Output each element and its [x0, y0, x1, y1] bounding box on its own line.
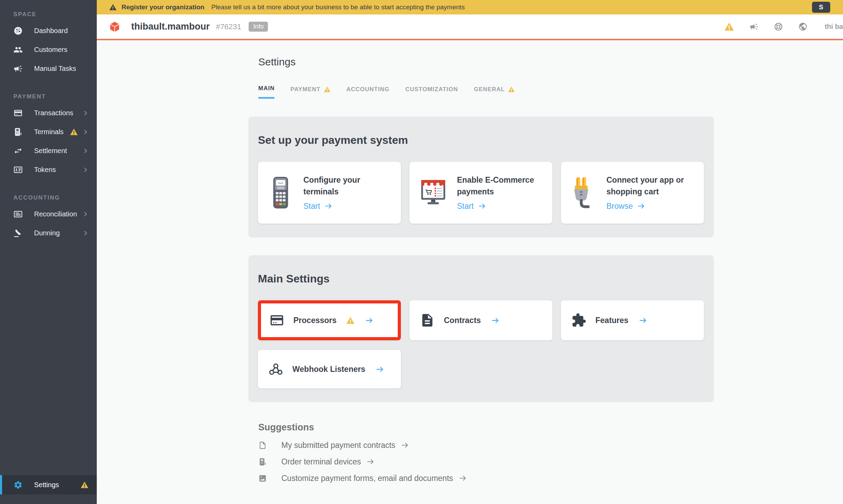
- sidebar-item-label: Reconciliation: [34, 210, 77, 218]
- setup-cards: Configure your terminals Start Enable E-…: [258, 162, 704, 224]
- puzzle-icon: [571, 313, 586, 328]
- sidebar-section-payment: PAYMENT: [0, 93, 97, 100]
- arrow-right-icon: [366, 458, 375, 466]
- chevron-right-icon: [83, 230, 89, 236]
- banner-title: Register your organization: [122, 3, 205, 11]
- webhook-icon: [268, 362, 283, 377]
- suggestion-label: Customize payment forms, email and docum…: [281, 474, 453, 483]
- globe-icon[interactable]: [798, 22, 808, 31]
- tab-label: ACCOUNTING: [346, 86, 389, 93]
- banner-action-button[interactable]: S: [812, 2, 830, 13]
- sidebar-item-dashboard[interactable]: Dashboard: [0, 21, 97, 40]
- suggestion-order-terminals[interactable]: Order terminal devices: [258, 458, 843, 466]
- page-title: Settings: [258, 56, 843, 68]
- arrow-right-icon: [478, 202, 486, 210]
- pos-terminal-illustration: [267, 176, 294, 209]
- card-features[interactable]: Features: [561, 300, 704, 340]
- header-actions: thi ba: [724, 22, 843, 32]
- sidebar-item-settlement[interactable]: Settlement: [0, 141, 97, 160]
- card-title: Configure your terminals: [303, 174, 396, 197]
- arrow-right-icon: [324, 202, 333, 210]
- file-icon: [258, 441, 267, 450]
- chevron-right-icon: [83, 129, 89, 135]
- tab-payment[interactable]: PAYMENT: [290, 85, 330, 99]
- sidebar-section-space: SPACE: [0, 11, 97, 18]
- credit-card-icon: [13, 108, 23, 118]
- warning-icon: [81, 481, 89, 489]
- warning-icon: [508, 86, 515, 93]
- card-title: Webhook Listeners: [292, 365, 365, 374]
- chevron-right-icon: [83, 110, 89, 116]
- card-contracts[interactable]: Contracts: [409, 300, 552, 340]
- suggestions-section: Suggestions My submitted payment contrac…: [258, 422, 843, 482]
- customers-icon: [13, 45, 23, 54]
- suggestion-label: My submitted payment contracts: [281, 441, 395, 450]
- suggestion-submitted-contracts[interactable]: My submitted payment contracts: [258, 441, 843, 449]
- notification-banner: Register your organization Please tell u…: [97, 0, 843, 14]
- megaphone-icon[interactable]: [749, 22, 759, 31]
- warning-icon[interactable]: [724, 22, 734, 32]
- tab-label: CUSTOMIZATION: [405, 86, 458, 93]
- tab-label: MAIN: [258, 85, 274, 92]
- main-settings-panel: Main Settings Processors Contracts: [248, 255, 714, 402]
- app-window: SPACE Dashboard Customers Manual Tasks P…: [0, 0, 843, 504]
- list-card-icon: [13, 210, 23, 219]
- browse-link[interactable]: Browse: [606, 202, 699, 211]
- sidebar-item-manual-tasks[interactable]: Manual Tasks: [0, 59, 97, 78]
- sidebar: SPACE Dashboard Customers Manual Tasks P…: [0, 0, 97, 504]
- sidebar-item-label: Settings: [34, 481, 59, 489]
- tab-general[interactable]: GENERAL: [474, 85, 515, 99]
- sidebar-item-transactions[interactable]: Transactions: [0, 104, 97, 122]
- tab-accounting[interactable]: ACCOUNTING: [346, 85, 389, 99]
- card-webhook-listeners[interactable]: Webhook Listeners: [258, 350, 401, 388]
- card-configure-terminals[interactable]: Configure your terminals Start: [258, 162, 401, 224]
- suggestion-label: Order terminal devices: [281, 457, 361, 467]
- sidebar-item-tokens[interactable]: Tokens: [0, 160, 97, 179]
- sidebar-item-terminals[interactable]: Terminals: [0, 122, 97, 141]
- card-title: Processors: [293, 316, 336, 325]
- sidebar-item-label: Transactions: [34, 109, 73, 117]
- arrow-right-icon: [401, 441, 409, 449]
- sidebar-item-dunning[interactable]: Dunning: [0, 224, 97, 243]
- banner-message: Please tell us a bit more about your bus…: [211, 3, 465, 11]
- id-card-icon: [13, 165, 23, 174]
- sidebar-item-label: Customers: [34, 46, 67, 54]
- warning-icon: [324, 86, 331, 93]
- image-icon: [258, 474, 267, 483]
- main-settings-cards: Processors Contracts Features: [258, 300, 704, 388]
- help-buoy-icon[interactable]: [774, 22, 783, 31]
- sidebar-item-label: Dunning: [34, 229, 60, 237]
- chevron-right-icon: [83, 211, 89, 217]
- top-header: thibault.mambour #76231 Info thi ba: [97, 14, 843, 39]
- tab-customization[interactable]: CUSTOMIZATION: [405, 85, 458, 99]
- card-processors[interactable]: Processors: [258, 300, 401, 340]
- megaphone-icon: [13, 64, 23, 73]
- warning-icon: [70, 128, 78, 136]
- start-link[interactable]: Start: [303, 202, 396, 211]
- tab-main[interactable]: MAIN: [258, 85, 274, 99]
- setup-panel-title: Set up your payment system: [258, 134, 704, 147]
- arrow-right-icon: [459, 474, 467, 482]
- tab-label: PAYMENT: [290, 86, 320, 93]
- sidebar-item-label: Manual Tasks: [34, 65, 76, 73]
- start-link[interactable]: Start: [457, 202, 548, 211]
- user-menu-label[interactable]: thi ba: [825, 23, 843, 31]
- main-column: Register your organization Please tell u…: [97, 0, 843, 504]
- card-ecommerce-payments[interactable]: Enable E-Commerce payments Start: [409, 162, 552, 224]
- card-connect-app[interactable]: Connect your app or shopping cart Browse: [561, 162, 704, 224]
- arrow-right-icon: [639, 316, 647, 325]
- arrow-right-icon: [637, 202, 645, 210]
- tab-label: GENERAL: [474, 86, 505, 93]
- sidebar-item-reconciliation[interactable]: Reconciliation: [0, 205, 97, 224]
- sidebar-section-accounting: ACCOUNTING: [0, 194, 97, 201]
- sidebar-item-label: Settlement: [34, 147, 67, 155]
- suggestion-customize-forms[interactable]: Customize payment forms, email and docum…: [258, 474, 843, 482]
- arrow-right-icon: [376, 365, 384, 374]
- merchant-number: #76231: [216, 22, 241, 31]
- info-badge[interactable]: Info: [249, 22, 268, 32]
- setup-panel: Set up your payment system Configure you…: [248, 117, 714, 237]
- sidebar-item-label: Dashboard: [34, 27, 68, 35]
- sidebar-item-customers[interactable]: Customers: [0, 40, 97, 59]
- sidebar-item-settings[interactable]: Settings: [0, 475, 97, 494]
- settings-tabs: MAIN PAYMENT ACCOUNTING CUSTOMIZATION GE…: [258, 85, 843, 99]
